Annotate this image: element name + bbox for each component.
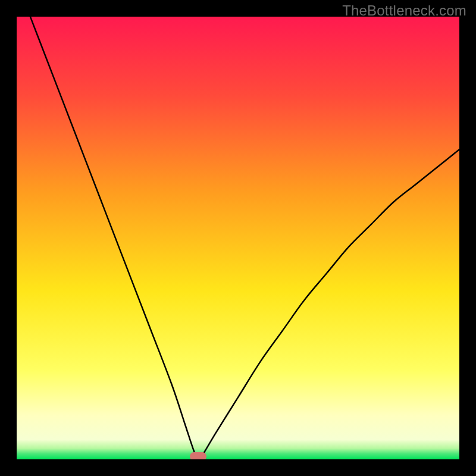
gradient-background [17,17,459,459]
plot-area [17,17,459,459]
chart-svg [17,17,459,459]
chart-frame: TheBottleneck.com [0,0,476,476]
watermark-text: TheBottleneck.com [342,2,466,19]
minimum-marker [190,452,206,459]
